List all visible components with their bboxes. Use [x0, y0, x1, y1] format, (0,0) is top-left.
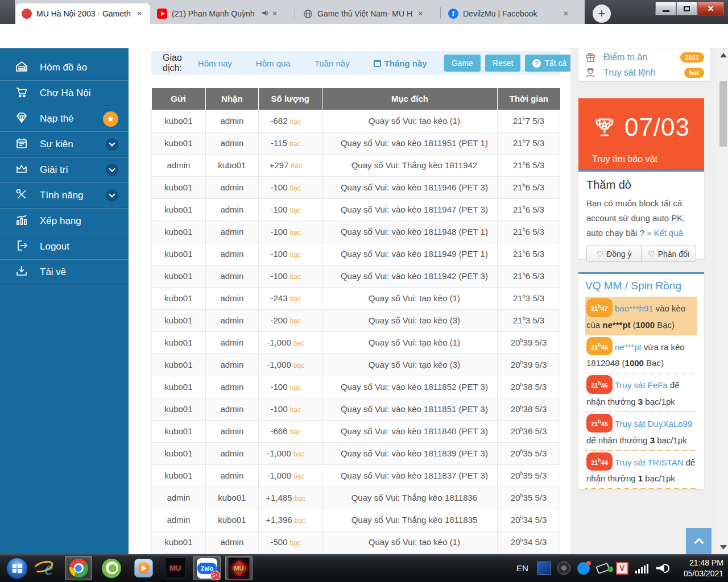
browser-tab[interactable]: fDevilzMu | Facebook✕ [442, 3, 577, 24]
tray-zalo-icon[interactable] [577, 562, 590, 575]
sender-link[interactable]: kubo01 [152, 221, 206, 243]
taskbar-zalo[interactable]: Zalo5+ [193, 556, 221, 580]
tray-game-icon[interactable] [537, 562, 551, 575]
receiver-link[interactable]: admin [205, 309, 258, 331]
taskbar-media-player[interactable] [130, 556, 157, 580]
tab-close-icon[interactable]: ✕ [415, 9, 425, 19]
taskbar-clock[interactable]: 21:48 PM 05/03/2021 [684, 558, 723, 579]
scrollbar-thumb[interactable] [719, 81, 727, 147]
sender-link[interactable]: kubo01 [152, 287, 206, 309]
sidebar-item-download[interactable]: Tải về [0, 260, 129, 285]
window-close-button[interactable]: ✕ [697, 2, 724, 15]
sender-link[interactable]: kubo01 [152, 265, 206, 287]
tab-close-icon[interactable]: ✕ [134, 9, 144, 19]
window-minimize-button[interactable] [655, 2, 676, 15]
quick-link-truy-sat-lenh[interactable]: Truy sát lệnh hot [584, 65, 704, 80]
receiver-link[interactable]: admin [205, 442, 258, 464]
sidebar-item-gem[interactable]: Nạp thẻ★ [0, 106, 129, 132]
filter-button[interactable]: Reset [485, 55, 521, 72]
receiver-link[interactable]: admin [205, 243, 258, 265]
sender-link[interactable]: admin [152, 154, 206, 176]
tab-close-icon[interactable]: ✕ [561, 9, 571, 19]
sender-link[interactable]: kubo01 [152, 309, 206, 331]
sidebar-item-home[interactable]: Hòm đồ ảo [0, 55, 129, 81]
receiver-link[interactable]: admin [205, 110, 258, 132]
tray-usb-icon[interactable] [595, 562, 610, 574]
browser-tab[interactable]: MU Hà Nội 2003 - Gameth✕ [16, 3, 150, 24]
sender-link[interactable]: admin [152, 509, 206, 531]
sender-link[interactable]: kubo01 [152, 464, 206, 487]
feed-player-link[interactable]: Truy sát TRISTAN [615, 457, 684, 467]
receiver-link[interactable]: admin [205, 132, 258, 154]
receiver-link[interactable]: admin [205, 376, 258, 398]
start-button[interactable] [3, 556, 31, 580]
sidebar-item-logout[interactable]: Logout [0, 234, 129, 260]
browser-tab[interactable]: (21) Phan Mạnh Quỳnh✕ [151, 3, 286, 24]
sender-link[interactable]: kubo01 [152, 354, 206, 376]
filter-button[interactable]: ?Tất cả [525, 55, 574, 72]
sender-link[interactable]: kubo01 [152, 132, 206, 154]
feed-player-link[interactable]: Truy sát DuyXaLo99 [615, 419, 692, 429]
sender-link[interactable]: kubo01 [152, 243, 206, 265]
sender-link[interactable]: kubo01 [152, 398, 206, 420]
sender-link[interactable]: kubo01 [152, 176, 206, 198]
taskbar-coccoc[interactable] [98, 556, 125, 580]
filter-link[interactable]: Hôm nay [198, 59, 232, 68]
receiver-link[interactable]: admin [205, 221, 258, 243]
scrollbar-up-arrow[interactable] [720, 53, 727, 57]
sender-link[interactable]: kubo01 [152, 110, 206, 132]
sidebar-item-tools[interactable]: Tính năng [0, 183, 129, 209]
sender-link[interactable]: kubo01 [152, 531, 206, 553]
sender-link[interactable]: kubo01 [152, 420, 206, 442]
receiver-link[interactable]: kubo01 [205, 509, 258, 531]
taskbar-internet-explorer[interactable]: e [35, 556, 63, 580]
poll-result-link[interactable]: » Kết quả [647, 228, 683, 238]
receiver-link[interactable]: admin [205, 420, 258, 442]
taskbar-mu-launcher[interactable]: MU [162, 556, 189, 580]
receiver-link[interactable]: admin [205, 176, 258, 198]
receiver-link[interactable]: admin [205, 354, 258, 376]
receiver-link[interactable]: admin [205, 398, 258, 420]
event-card[interactable]: 07/03 Truy tìm bảo vật [578, 98, 704, 170]
tab-close-icon[interactable]: ✕ [270, 9, 280, 19]
receiver-link[interactable]: kubo01 [205, 487, 258, 509]
sender-link[interactable]: kubo01 [152, 376, 206, 398]
scrollbar-down-arrow[interactable] [720, 545, 727, 550]
sidebar-item-calendar[interactable]: Sự kiện [0, 132, 129, 157]
sidebar-item-crown[interactable]: Giải trí [0, 157, 129, 183]
sender-link[interactable]: kubo01 [152, 331, 206, 354]
spin-feed-title[interactable]: VQ MM / Spin Rồng [585, 280, 697, 292]
filter-link[interactable]: Tuần này [315, 59, 350, 68]
feed-player-link[interactable]: Truy sát FeFa [615, 380, 668, 390]
new-tab-button[interactable]: + [593, 5, 611, 23]
receiver-link[interactable]: admin [205, 531, 258, 553]
tray-unikey-icon[interactable]: V [616, 562, 628, 575]
poll-agree-button[interactable]: ♡Đồng ý [586, 246, 642, 262]
tray-speaker-icon[interactable] [557, 562, 570, 575]
taskbar-chrome[interactable] [65, 556, 92, 580]
receiver-link[interactable]: admin [205, 265, 258, 287]
language-indicator[interactable]: EN [516, 563, 528, 573]
receiver-link[interactable]: admin [205, 331, 258, 354]
receiver-link[interactable]: admin [205, 287, 258, 309]
quick-link-diem-tri-an[interactable]: Điểm tri ân 2021 [584, 50, 704, 65]
tray-volume-icon[interactable] [656, 562, 671, 575]
sender-link[interactable]: kubo01 [152, 442, 206, 464]
page-scrollbar[interactable] [718, 48, 728, 554]
sender-link[interactable]: admin [152, 487, 206, 509]
sender-link[interactable]: kubo01 [152, 198, 206, 221]
filter-link[interactable]: Hôm qua [256, 59, 291, 68]
browser-tab[interactable]: Game thủ Việt Nam- MU H✕ [297, 3, 431, 24]
sidebar-item-chart[interactable]: Xếp hạng [0, 209, 129, 234]
sidebar-item-cart[interactable]: Chợ Hà Nội [0, 81, 129, 106]
taskbar-mu-game[interactable]: MU [225, 556, 253, 580]
receiver-link[interactable]: kubo01 [205, 154, 258, 176]
receiver-link[interactable]: admin [205, 198, 258, 221]
poll-disagree-button[interactable]: ♡Phản đối [641, 246, 696, 262]
window-maximize-button[interactable] [676, 2, 697, 15]
tray-network-signal-icon[interactable] [635, 563, 650, 573]
filter-button[interactable]: Game [444, 55, 481, 72]
feed-player-link[interactable]: ne***pt [615, 342, 642, 351]
scroll-to-top-button[interactable] [686, 528, 712, 554]
filter-link[interactable]: Tháng này [374, 59, 427, 68]
